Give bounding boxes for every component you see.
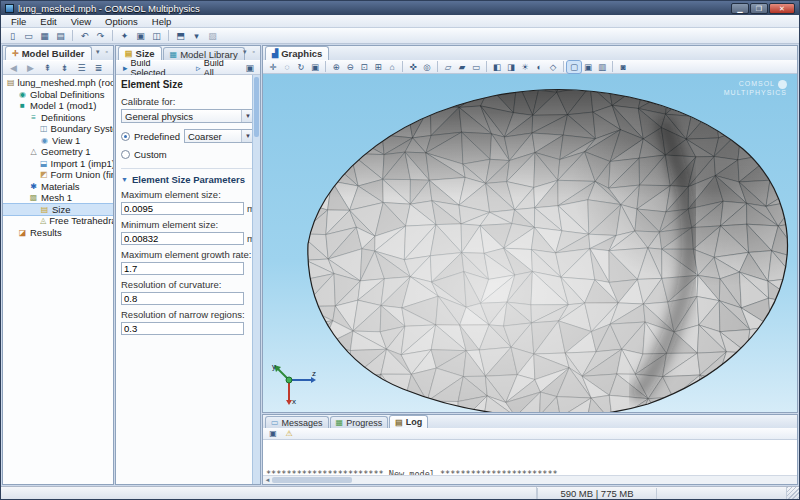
- hide-icon[interactable]: ◌: [280, 61, 294, 73]
- log-scrollbar[interactable]: ◄: [263, 475, 797, 484]
- menu-item[interactable]: File: [4, 16, 33, 27]
- predefined-radio[interactable]: [121, 132, 130, 141]
- resize-grip[interactable]: [787, 487, 799, 499]
- zoom-out-icon[interactable]: ⊖: [343, 61, 357, 73]
- menu-item[interactable]: View: [64, 16, 98, 27]
- tree-boundary-system[interactable]: ◫ Boundary System 1 (sys1): [3, 123, 113, 135]
- params-section-header[interactable]: ▼ Element Size Parameters: [121, 168, 255, 185]
- tree-form-union[interactable]: ◩ Form Union (fin): [3, 169, 113, 181]
- minimize-button[interactable]: ▁: [731, 3, 749, 14]
- tree-view-1[interactable]: ◉ View 1: [3, 135, 113, 147]
- tree-size[interactable]: ▤ Size: [3, 204, 113, 216]
- menu-item[interactable]: Options: [98, 16, 145, 27]
- tile-windows-icon[interactable]: ◫: [149, 29, 164, 42]
- back-icon[interactable]: ◀: [6, 61, 21, 74]
- maximize-button[interactable]: ❐: [750, 3, 768, 14]
- tab-graphics[interactable]: ▟ Graphics: [265, 46, 329, 60]
- clip-plane-icon[interactable]: ▥: [595, 61, 609, 73]
- show-options-icon[interactable]: ≣: [91, 61, 106, 74]
- settings-panel: ▾ ▫ ▤ Size ▦ Model Library ▸ Build Selec…: [115, 45, 261, 485]
- perspective-icon[interactable]: ◨: [504, 61, 518, 73]
- pan-icon[interactable]: ✜: [406, 61, 420, 73]
- tree-geometry-1[interactable]: △ Geometry 1: [3, 146, 113, 158]
- open-icon[interactable]: ▭: [21, 29, 36, 42]
- settings-tab[interactable]: ▤ Size: [118, 46, 162, 60]
- show-settings-icon[interactable]: ▣: [242, 61, 257, 74]
- tree-mesh-1[interactable]: ▩ Mesh 1: [3, 192, 113, 204]
- clear-log-icon[interactable]: ▣: [267, 429, 279, 439]
- predefined-select[interactable]: Coarser ▼: [184, 129, 255, 143]
- zoom-extents-icon[interactable]: ⊡: [357, 61, 371, 73]
- log-tab[interactable]: ▤ Log: [389, 415, 428, 428]
- transparency-icon[interactable]: ◐: [532, 61, 546, 73]
- tab-model-builder[interactable]: ✛ Model Builder: [5, 46, 92, 60]
- tree-import-1[interactable]: ⬓ Import 1 (imp1): [3, 158, 113, 170]
- settings-tab[interactable]: ▦ Model Library: [163, 47, 245, 60]
- lung-mesh-model[interactable]: [263, 74, 797, 412]
- collapse-all-icon[interactable]: ⇞: [40, 61, 55, 74]
- tree-materials[interactable]: ✱ Materials: [3, 181, 113, 193]
- move-up-icon[interactable]: ☰: [74, 61, 89, 74]
- go-to-default-view-icon[interactable]: ⌂: [385, 61, 399, 73]
- zoom-in-icon[interactable]: ⊕: [329, 61, 343, 73]
- view-yz-icon[interactable]: ▰: [455, 61, 469, 73]
- refresh-icon[interactable]: ↻: [294, 61, 308, 73]
- tree-results[interactable]: ◪ Results: [3, 227, 113, 239]
- dropdown-icon[interactable]: ▾: [189, 29, 204, 42]
- rotate-icon[interactable]: ◎: [420, 61, 434, 73]
- select-adjacent-icon[interactable]: ▣: [581, 61, 595, 73]
- log-tab[interactable]: ▦ Progress: [330, 416, 389, 428]
- select-box-icon[interactable]: ▢: [567, 61, 581, 73]
- graphics-viewport[interactable]: COMSOL MULTIPHYSICS y z x: [263, 74, 797, 412]
- forward-icon[interactable]: ▶: [23, 61, 38, 74]
- tree-definitions[interactable]: ≡ Definitions: [3, 112, 113, 124]
- scroll-left-icon[interactable]: ◄: [263, 477, 272, 483]
- settings-scrollbar[interactable]: [252, 75, 260, 484]
- definitions-icon: ≡: [29, 113, 38, 122]
- tree-root[interactable]: ▤ lung_meshed.mph (root): [3, 77, 113, 89]
- menu-item[interactable]: Edit: [33, 16, 63, 27]
- panel-buttons[interactable]: ▾ ▫: [96, 48, 110, 56]
- preferences-icon[interactable]: ✦: [117, 29, 132, 42]
- warnings-icon[interactable]: ⚠: [283, 429, 295, 439]
- image-icon[interactable]: ▣: [308, 61, 322, 73]
- toolbar-separator: [437, 61, 438, 72]
- root-icon: ▤: [7, 78, 15, 87]
- build-all-button[interactable]: ▹ Build All: [192, 61, 238, 74]
- tree-free-tetrahedral[interactable]: ◬ Free Tetrahedral 1: [3, 215, 113, 227]
- build-selected-button[interactable]: ▸ Build Selected: [119, 61, 190, 74]
- window-icon[interactable]: ▣: [133, 29, 148, 42]
- material-browser-icon[interactable]: ⬒: [173, 29, 188, 42]
- resolution-of-curvature-field[interactable]: [121, 292, 244, 305]
- tree-model-1[interactable]: ■ Model 1 (mod1): [3, 100, 113, 112]
- new-icon[interactable]: ▯: [5, 29, 20, 42]
- wireframe-icon[interactable]: ◇: [546, 61, 560, 73]
- resolution-of-narrow-regions-field[interactable]: [121, 322, 244, 335]
- calibrate-for-select[interactable]: General physics ▼: [121, 109, 255, 123]
- menu-item[interactable]: Help: [145, 16, 179, 27]
- custom-radio[interactable]: [121, 150, 130, 159]
- maximum-element-growth-rate-field[interactable]: [121, 262, 244, 275]
- scene-light-icon[interactable]: ☀: [518, 61, 532, 73]
- expand-all-icon[interactable]: ⇟: [57, 61, 72, 74]
- snapshot-icon[interactable]: ◙: [616, 61, 630, 73]
- orthographic-icon[interactable]: ◧: [490, 61, 504, 73]
- save-icon[interactable]: ▦: [37, 29, 52, 42]
- view-zx-icon[interactable]: ▭: [469, 61, 483, 73]
- print-icon[interactable]: ▤: [53, 29, 68, 42]
- undo-icon[interactable]: ↶: [77, 29, 92, 42]
- redo-icon[interactable]: ↷: [93, 29, 108, 42]
- view-xy-icon[interactable]: ▱: [441, 61, 455, 73]
- image-export-icon[interactable]: ▨: [205, 29, 220, 42]
- memory-usage: 590 MB | 775 MB: [537, 488, 657, 499]
- minimum-element-size-field[interactable]: [121, 232, 244, 245]
- maximum-element-size-field[interactable]: [121, 202, 244, 215]
- comsol-logo-icon: [778, 80, 787, 89]
- close-button[interactable]: ✕: [769, 3, 795, 14]
- panel-buttons[interactable]: ▾ ▫: [243, 48, 257, 56]
- zoom-box-icon[interactable]: ⊞: [371, 61, 385, 73]
- select-icon[interactable]: ✛: [266, 61, 280, 73]
- log-tab[interactable]: ▭ Messages: [265, 416, 329, 428]
- maximum-element-size-field: Maximum element size: m: [121, 189, 255, 215]
- tree-global-definitions[interactable]: ◉ Global Definitions: [3, 89, 113, 101]
